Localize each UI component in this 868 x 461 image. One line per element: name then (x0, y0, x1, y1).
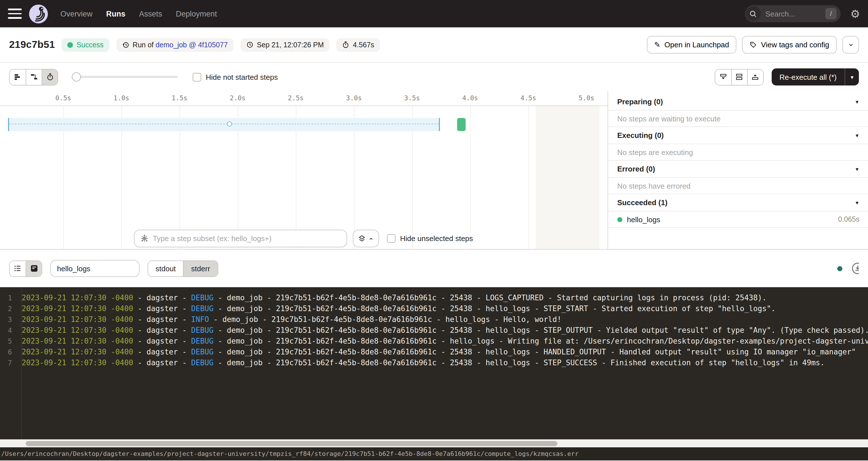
step-status-panel: Preparing (0)▼ No steps are waiting to e… (608, 91, 868, 249)
step-success-dot-icon (617, 217, 622, 222)
hide-not-started-checkbox-group[interactable]: Hide not started steps (193, 73, 278, 81)
step-bar-hello-logs[interactable] (457, 118, 466, 131)
hide-unselected-checkbox-group[interactable]: Hide unselected steps (387, 234, 473, 243)
search-box[interactable]: / (745, 5, 841, 22)
tab-stdout[interactable]: stdout (148, 261, 183, 276)
run-actions-dropdown-button[interactable] (842, 36, 859, 54)
tag-icon (750, 41, 757, 49)
log-line: 42023-09-21 12:07:30 -0400 - dagster - D… (0, 325, 868, 336)
status-badge: Success (62, 38, 110, 52)
horizontal-scrollbar[interactable] (0, 439, 868, 447)
tab-stderr[interactable]: stderr (183, 261, 217, 276)
flat-view-button[interactable] (10, 69, 26, 85)
after-run-region (536, 106, 599, 249)
gridline (470, 106, 471, 249)
panel-section-succeeded[interactable]: Succeeded (1)▼ (608, 194, 868, 211)
graph-query-toggle-button[interactable] (353, 229, 379, 247)
collapse-up-button[interactable] (747, 69, 763, 85)
rows-icon (735, 73, 743, 81)
search-icon (746, 6, 761, 21)
run-of-tag: Run of demo_job @ 4f105077 (116, 38, 234, 52)
step-name: hello_logs (627, 215, 660, 224)
timing-view-button[interactable] (41, 69, 58, 85)
collapse-down-icon (719, 73, 727, 81)
history-clock-icon (122, 41, 129, 49)
log-line: 72023-09-21 12:07:30 -0400 - dagster - D… (0, 357, 868, 368)
run-id-title: 219c7b51 (9, 39, 55, 51)
panel-section-errored[interactable]: Errored (0)▼ (608, 161, 868, 178)
waterfall-view-button[interactable] (26, 69, 41, 85)
download-log-button[interactable] (851, 262, 859, 275)
top-nav: Overview Runs Assets Deployment / ⚙ (0, 0, 868, 27)
commit-link[interactable]: @ 4f105077 (187, 41, 228, 49)
gantt-toolbar: Hide not started steps Re-execute all (*… (0, 63, 868, 91)
layers-icon (358, 235, 366, 243)
pencil-icon: ✎ (654, 41, 660, 49)
scrollbar-thumb[interactable] (26, 441, 557, 446)
succeeded-step-row[interactable]: hello_logs 0.065s (608, 211, 868, 228)
view-tags-config-button[interactable]: View tags and config (742, 36, 837, 54)
structured-list-view-button[interactable] (10, 261, 26, 276)
gantt-zoom-slider[interactable] (72, 72, 178, 82)
nav-item-overview[interactable]: Overview (60, 9, 93, 18)
raw-log-view-button[interactable] (26, 261, 41, 276)
log-line: 22023-09-21 12:07:30 -0400 - dagster - D… (0, 303, 868, 314)
collapse-up-icon (751, 73, 759, 81)
status-dot-icon (67, 42, 73, 48)
axis-tick: 2.5s (288, 94, 304, 102)
stdout-stderr-switcher: stdout stderr (148, 260, 218, 277)
chevron-down-icon (847, 41, 854, 48)
panel-section-executing[interactable]: Executing (0)▼ (608, 127, 868, 144)
section-collapse-icon[interactable]: ▼ (855, 99, 860, 104)
duration-tag: 4.567s (336, 38, 380, 52)
nav-item-runs[interactable]: Runs (106, 9, 126, 18)
section-collapse-icon[interactable]: ▼ (855, 200, 860, 206)
slider-handle[interactable] (72, 72, 81, 82)
reexecute-all-button[interactable]: Re-execute all (*) ▾ (771, 68, 859, 86)
step-duration: 0.065s (838, 215, 860, 223)
waterfall-view-icon (30, 73, 38, 81)
step-subset-box[interactable] (134, 229, 347, 247)
open-in-launchpad-button[interactable]: ✎ Open in Launchpad (647, 36, 737, 54)
nav-item-deployment[interactable]: Deployment (176, 9, 217, 18)
log-filter-input[interactable] (50, 260, 140, 277)
log-line: 12023-09-21 12:07:30 -0400 - dagster - D… (0, 292, 868, 303)
log-line: 32023-09-21 12:07:30 -0400 - dagster - I… (0, 314, 868, 325)
hamburger-menu-icon[interactable] (8, 8, 22, 19)
timing-stopwatch-icon (46, 73, 54, 81)
search-input[interactable] (761, 9, 825, 18)
section-collapse-icon[interactable]: ▼ (855, 132, 860, 138)
collapse-down-button[interactable] (715, 69, 731, 85)
hide-unselected-checkbox[interactable] (387, 234, 396, 243)
section-collapse-icon[interactable]: ▼ (855, 166, 860, 172)
flat-view-icon (14, 73, 22, 81)
step-subset-input[interactable] (153, 234, 341, 243)
nav-item-assets[interactable]: Assets (139, 9, 162, 18)
panel-empty-errored: No steps have errored (608, 178, 868, 194)
job-link[interactable]: demo_job (156, 41, 187, 49)
rows-button[interactable] (731, 69, 747, 85)
hide-not-started-checkbox[interactable] (193, 73, 201, 81)
gear-icon[interactable]: ⚙ (850, 8, 860, 19)
axis-tick: 4.5s (520, 94, 536, 102)
gantt-chart[interactable]: Hide unselected steps (0, 106, 608, 249)
log-file-path: /Users/erincochran/Desktop/dagster-examp… (1, 450, 579, 458)
dagster-logo-icon[interactable] (29, 4, 48, 23)
gridline (528, 106, 529, 249)
run-header-actions: ✎ Open in Launchpad View tags and config (647, 36, 859, 54)
axis-tick: 3.0s (346, 94, 362, 102)
log-line: 62023-09-21 12:07:30 -0400 - dagster - D… (0, 346, 868, 357)
axis-tick: 4.0s (462, 94, 478, 102)
log-area[interactable]: 12023-09-21 12:07:30 -0400 - dagster - D… (0, 287, 868, 439)
gantt-section: 0.5s1.0s1.5s2.0s2.5s3.0s3.5s4.0s4.5s5.0s (0, 91, 868, 250)
gutter-divider (21, 287, 22, 439)
reexecute-dropdown-caret[interactable]: ▾ (845, 68, 859, 86)
gantt-view-mode-switcher (9, 69, 58, 85)
step-subset-row: Hide unselected steps (134, 229, 473, 247)
waiting-band (8, 118, 440, 131)
io-marker-icon[interactable] (227, 121, 232, 126)
axis-tick: 3.5s (404, 94, 420, 102)
log-line: 52023-09-21 12:07:30 -0400 - dagster - D… (0, 336, 868, 346)
panel-section-preparing[interactable]: Preparing (0)▼ (608, 93, 868, 111)
log-toolbar: stdout stderr (0, 250, 868, 287)
